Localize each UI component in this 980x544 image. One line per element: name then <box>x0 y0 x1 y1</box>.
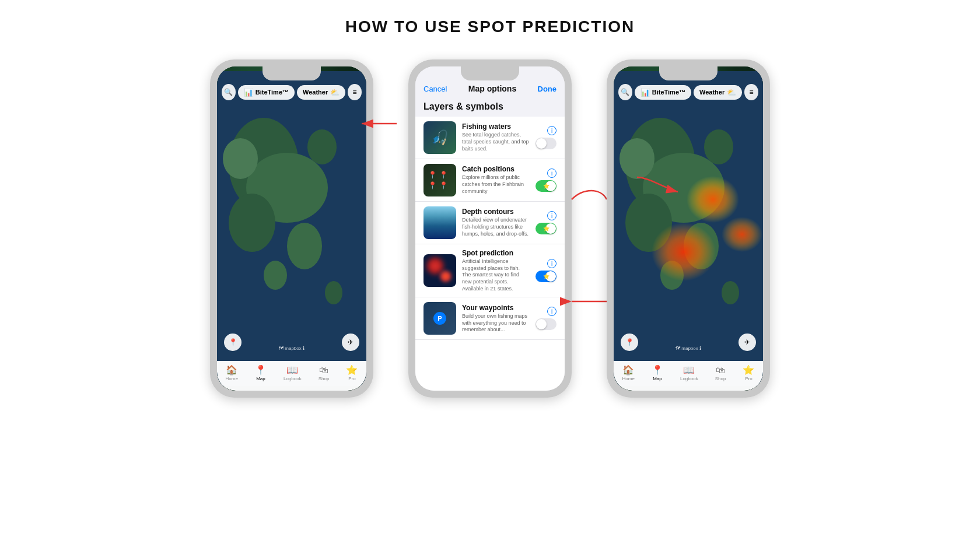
map-controls-right-3: ✈ <box>738 334 756 351</box>
catch-info: Catch positions Explore millions of publ… <box>462 165 530 195</box>
tab-home-1[interactable]: 🏠 Home <box>226 364 238 381</box>
phone-2-notch <box>461 66 519 80</box>
catch-star-icon: ⭐ <box>543 183 550 189</box>
depth-toggle[interactable]: ⭐ <box>536 223 556 234</box>
svg-point-7 <box>264 261 287 290</box>
location-button-1[interactable]: 📍 <box>224 334 242 351</box>
search-icon-1: 🔍 <box>224 88 233 96</box>
spot-desc: Artificial Intelligence suggested places… <box>462 258 530 292</box>
tab-pro-label-1: Pro <box>348 376 355 381</box>
catch-toggle[interactable]: ⭐ <box>536 180 556 192</box>
catch-info-btn[interactable]: i <box>547 169 556 178</box>
panel-title: Map options <box>468 84 516 93</box>
mapbox-label-1: 🗺 mapbox ℹ <box>279 346 304 351</box>
bitetime-label-1: BiteTime™ <box>256 89 289 96</box>
search-button-3[interactable]: 🔍 <box>618 84 632 100</box>
navigate-button-3[interactable]: ✈ <box>738 334 756 351</box>
waypoints-info-btn[interactable]: i <box>547 307 556 316</box>
arrow-1 <box>373 59 408 398</box>
chart-icon-3: 📊 <box>640 88 650 97</box>
weather-icon-3: ⛅ <box>727 88 736 97</box>
catch-desc: Explore millions of public catches from … <box>462 174 530 195</box>
weather-icon-1: ⛅ <box>330 88 340 97</box>
tab-bar-3: 🏠 Home 📍 Map 📖 Logbook 🛍 Shop <box>614 364 763 381</box>
fishing-name: Fishing waters <box>462 122 530 131</box>
catch-dot-2: 📍 <box>439 171 448 179</box>
weather-label-1: Weather <box>303 89 328 96</box>
svg-point-3 <box>229 194 275 252</box>
tab-pro-1[interactable]: ⭐ Pro <box>346 364 358 381</box>
tab-map-1[interactable]: 📍 Map <box>255 364 267 381</box>
mapbox-text-3: 🗺 mapbox ℹ <box>676 346 701 351</box>
pro-icon-1: ⭐ <box>346 364 358 375</box>
depth-desc: Detailed view of underwater fish-holding… <box>462 217 530 237</box>
map-controls-left-1: 📍 <box>224 334 242 351</box>
phone-2: Cancel Map options Done Layers & symbols… <box>408 59 572 398</box>
depth-info-btn[interactable]: i <box>547 211 556 220</box>
layer-catch-positions: 📍 📍 📍 📍 Catch positions Explore millions… <box>415 159 565 202</box>
waypoints-desc: Build your own fishing maps with everyth… <box>462 313 530 334</box>
svg-point-6 <box>307 129 337 164</box>
depth-thumb <box>424 206 456 239</box>
fishing-info-btn[interactable]: i <box>547 126 556 135</box>
svg-point-5 <box>223 138 258 179</box>
layer-depth-contours: Depth contours Detailed view of underwat… <box>415 202 565 244</box>
waypoint-icon: P <box>433 312 446 325</box>
tab-shop-1[interactable]: 🛍 Shop <box>318 365 330 381</box>
spot-toggle[interactable]: ⭐ <box>536 271 556 282</box>
tab-home-3[interactable]: 🏠 Home <box>622 364 635 381</box>
depth-name: Depth contours <box>462 208 530 216</box>
spot-info-btn[interactable]: i <box>547 259 556 268</box>
tab-logbook-1[interactable]: 📖 Logbook <box>284 364 302 381</box>
waypoints-toggle[interactable] <box>536 318 556 330</box>
layers-list: 🎣 Fishing waters See total logged catche… <box>415 117 565 391</box>
phone-1-tabbar: 🏠 Home 📍 Map 📖 Logbook 🛍 Shop <box>217 361 366 391</box>
waypoints-name: Your waypoints <box>462 304 530 312</box>
page-title: HOW TO USE SPOT PREDICTION <box>345 17 635 36</box>
depth-controls: i ⭐ <box>536 211 556 234</box>
navigate-button-1[interactable]: ✈ <box>342 334 359 351</box>
tab-map-label-3: Map <box>653 376 662 381</box>
weather-pill-3[interactable]: Weather ⛅ <box>694 85 742 100</box>
bitetime-label-3: BiteTime™ <box>652 89 685 96</box>
spot-thumb <box>424 254 456 287</box>
tab-logbook-3[interactable]: 📖 Logbook <box>680 364 698 381</box>
tab-map-3[interactable]: 📍 Map <box>652 364 663 381</box>
layer-spot-prediction: Spot prediction Artificial Intelligence … <box>415 244 565 297</box>
bitetime-pill-1[interactable]: 📊 BiteTime™ <box>238 85 295 100</box>
done-button[interactable]: Done <box>538 85 557 93</box>
svg-point-23 <box>722 217 762 252</box>
bitetime-pill-3[interactable]: 📊 BiteTime™ <box>635 85 691 100</box>
catch-dots-container: 📍 📍 📍 📍 <box>424 166 456 194</box>
tab-home-label-3: Home <box>622 376 635 381</box>
layers-button-3[interactable]: ≡ <box>744 84 758 100</box>
map-icon-3: 📍 <box>652 364 663 375</box>
waypoints-toggle-knob <box>536 319 547 329</box>
mapbox-text-1: 🗺 mapbox ℹ <box>279 346 304 351</box>
map-controls-left-3: 📍 <box>621 334 638 351</box>
fishing-toggle-knob <box>536 138 547 149</box>
fishing-desc: See total logged catches, total species … <box>462 132 530 152</box>
location-button-3[interactable]: 📍 <box>621 334 638 351</box>
arrow-svg-3 <box>566 176 612 223</box>
tab-shop-3[interactable]: 🛍 Shop <box>715 365 726 381</box>
fishing-toggle[interactable] <box>536 138 556 149</box>
phone-3: 🔍 📊 BiteTime™ Weather ⛅ ≡ 📍 🗺 m <box>607 59 770 398</box>
logbook-icon-3: 📖 <box>683 364 695 375</box>
search-button-1[interactable]: 🔍 <box>222 84 236 100</box>
tab-shop-label-1: Shop <box>318 376 330 381</box>
svg-point-21 <box>687 176 739 223</box>
catch-dot-1: 📍 <box>428 171 437 179</box>
tab-shop-label-3: Shop <box>715 376 726 381</box>
layers-icon-1: ≡ <box>353 88 357 96</box>
phone-3-notch <box>659 66 718 80</box>
cancel-button[interactable]: Cancel <box>424 85 447 93</box>
pro-icon-3: ⭐ <box>743 364 754 375</box>
catch-dot-4: 📍 <box>439 181 448 189</box>
tab-pro-3[interactable]: ⭐ Pro <box>743 364 754 381</box>
tab-bar-1: 🏠 Home 📍 Map 📖 Logbook 🛍 Shop <box>217 364 366 381</box>
layers-button-1[interactable]: ≡ <box>348 84 362 100</box>
map-arrow-3 <box>631 171 690 206</box>
layers-icon-3: ≡ <box>750 88 754 96</box>
weather-pill-1[interactable]: Weather ⛅ <box>297 85 345 100</box>
